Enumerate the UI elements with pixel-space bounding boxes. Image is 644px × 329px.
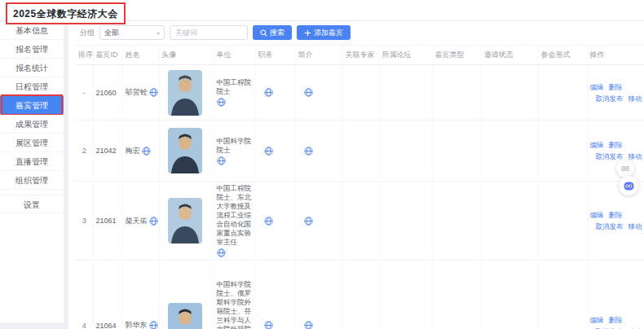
col-header-name: 姓名 [122, 46, 159, 65]
search-button-label: 搜索 [270, 28, 285, 38]
annotation-title-highlight: 2025全球数字经济大会 [6, 2, 126, 24]
guest-unit: 中国科学院院士 [217, 137, 253, 155]
globe-icon[interactable] [264, 217, 273, 226]
page-title: 2025全球数字经济大会 [13, 8, 118, 20]
col-header-sort: 排序 [76, 46, 93, 65]
globe-icon[interactable] [264, 321, 273, 329]
table-header-row: 排序 嘉宾ID 姓名 头像 单位 职务 简介 关联专家 所属论坛 嘉宾类型 邀请… [76, 46, 644, 65]
col-header-linked-expert: 关联专家 [342, 46, 379, 65]
table-row: 4 21064 郭华东 中国科学院院士、俄罗斯科学院外籍院士、芬兰科学与人文院外… [76, 261, 644, 329]
sidebar-item-registration-stats[interactable]: 报名统计 [0, 59, 64, 77]
sidebar-item-exhibition-mgmt[interactable]: 展区管理 [0, 134, 64, 152]
globe-icon[interactable] [217, 156, 226, 165]
filter-toolbar: 分组 全部 ▾ 搜索 添加嘉宾 [80, 24, 351, 41]
edit-link[interactable]: 编辑 [590, 83, 604, 91]
sidebar-item-live-mgmt[interactable]: 直播管理 [0, 152, 64, 171]
guest-name: 梅宏 [126, 147, 140, 155]
col-header-guest-type: 嘉宾类型 [432, 46, 481, 65]
table-row: 2 21042 梅宏 中国科学院院士 [76, 121, 644, 182]
sort-value: 4 [76, 261, 93, 329]
robot-icon [623, 181, 635, 191]
globe-icon[interactable] [149, 88, 158, 97]
sidebar-item-schedule-mgmt[interactable]: 日程管理 [0, 77, 64, 96]
guest-name: 柴天佑 [126, 217, 148, 225]
move-link[interactable]: 移动 [629, 94, 642, 103]
row-actions: 编辑删除 取消发布移动 [590, 139, 642, 162]
sidebar-item-organization-mgmt[interactable]: 组织管理 [0, 171, 64, 190]
col-header-attend-mode: 参会形式 [538, 46, 587, 65]
row-actions: 编辑删除 取消发布移动 [590, 81, 642, 104]
group-select-value: 全部 [104, 28, 119, 38]
col-header-actions: 操作 [587, 46, 644, 65]
sidebar-nav: 基本信息 报名管理 报名统计 日程管理 嘉宾管理 成果管理 展区管理 直播管理 … [0, 21, 64, 322]
globe-icon[interactable] [304, 147, 313, 156]
floating-grip-widget[interactable]: 88 [616, 160, 634, 178]
grip-icon: 88 [621, 164, 629, 173]
unpublish-link[interactable]: 取消发布 [596, 94, 624, 103]
unpublish-link[interactable]: 取消发布 [596, 222, 624, 230]
add-guest-button[interactable]: 添加嘉宾 [297, 25, 351, 40]
guest-id: 21060 [93, 65, 122, 121]
search-button[interactable]: 搜索 [253, 25, 292, 40]
sidebar-item-guest-mgmt[interactable]: 嘉宾管理 [0, 96, 64, 115]
plus-icon [304, 29, 311, 37]
guest-unit: 中国工程院院士 [217, 78, 253, 96]
globe-icon[interactable] [217, 248, 226, 257]
main-content: 分组 全部 ▾ 搜索 添加嘉宾 [68, 21, 644, 329]
sidebar-item-achievement-mgmt[interactable]: 成果管理 [0, 115, 64, 134]
guest-avatar [168, 198, 202, 243]
sort-value: - [76, 65, 93, 121]
unpublish-link[interactable]: 取消发布 [596, 152, 624, 160]
edit-link[interactable]: 编辑 [590, 141, 604, 149]
top-header-bar: 2025全球数字经济大会 [0, 0, 644, 21]
globe-icon[interactable] [264, 88, 273, 97]
globe-icon[interactable] [264, 147, 273, 156]
guest-name: 邬贺铨 [126, 88, 148, 96]
table-row: 3 21061 柴天佑 中国工程院院士、东北大学教授及流程工业综合自动化国家重点… [76, 182, 644, 261]
guest-avatar [168, 70, 202, 116]
col-header-intro: 简介 [295, 46, 342, 65]
guest-name: 郭华东 [126, 321, 148, 329]
globe-icon[interactable] [142, 147, 151, 156]
delete-link[interactable]: 删除 [609, 211, 623, 219]
guest-id: 21061 [93, 182, 122, 261]
col-header-forum: 所属论坛 [379, 46, 432, 65]
col-header-position: 职务 [255, 46, 295, 65]
delete-link[interactable]: 删除 [609, 141, 623, 149]
guest-unit: 中国科学院院士、俄罗斯科学院外籍院士、芬兰科学与人文院外籍院士、发展中国家科学院… [217, 280, 253, 329]
guest-avatar [168, 303, 202, 329]
sidebar-item-label: 嘉宾管理 [15, 101, 48, 110]
guest-id: 21064 [93, 261, 122, 329]
sort-value: 2 [76, 121, 93, 182]
delete-link[interactable]: 删除 [609, 83, 623, 91]
globe-icon[interactable] [149, 217, 158, 226]
add-guest-button-label: 添加嘉宾 [314, 28, 343, 38]
col-header-unit: 单位 [214, 46, 255, 65]
search-icon [260, 29, 267, 37]
edit-link[interactable]: 编辑 [590, 316, 604, 324]
guest-id: 21042 [93, 121, 122, 182]
sidebar-item-settings[interactable]: 设置 [0, 195, 64, 213]
delete-link[interactable]: 删除 [609, 316, 623, 324]
col-header-avatar: 头像 [159, 46, 214, 65]
move-link[interactable]: 移动 [629, 222, 642, 230]
table-row: - 21060 邬贺铨 中国工程院院士 [76, 65, 644, 121]
row-actions: 编辑删除 取消发布移动 [590, 209, 642, 232]
group-select[interactable]: 全部 ▾ [99, 25, 165, 40]
edit-link[interactable]: 编辑 [590, 211, 604, 219]
move-link[interactable]: 移动 [629, 152, 642, 160]
keyword-input[interactable] [170, 25, 248, 40]
guest-unit: 中国工程院院士、东北大学教授及流程工业综合自动化国家重点实验室主任 [217, 184, 253, 247]
row-actions: 编辑删除 取消发布移动 [590, 314, 642, 329]
globe-icon[interactable] [304, 321, 313, 329]
globe-icon[interactable] [149, 321, 158, 329]
floating-assistant-button[interactable] [619, 176, 638, 195]
sidebar-item-registration-mgmt[interactable]: 报名管理 [0, 40, 64, 59]
chevron-down-icon: ▾ [157, 29, 160, 35]
col-header-invite-status: 邀请状态 [481, 46, 538, 65]
col-header-guest-id: 嘉宾ID [93, 46, 122, 65]
globe-icon[interactable] [304, 88, 313, 97]
globe-icon[interactable] [217, 98, 226, 107]
globe-icon[interactable] [304, 217, 313, 226]
sort-value: 3 [76, 182, 93, 261]
